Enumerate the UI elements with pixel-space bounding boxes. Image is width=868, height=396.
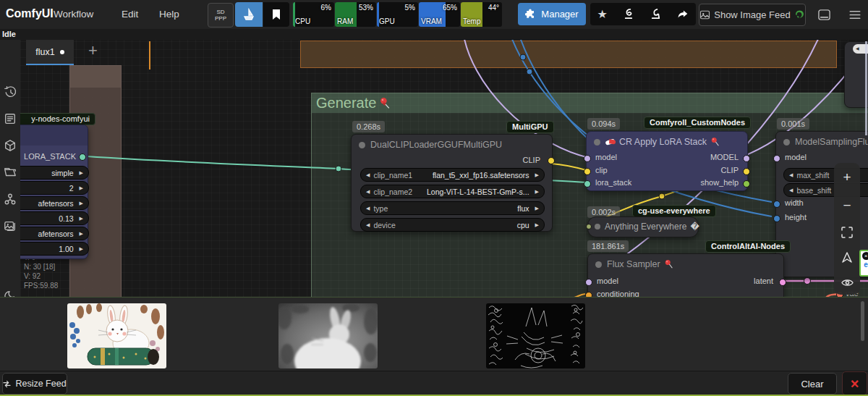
show-image-feed-button[interactable]: Show Image Feed — [699, 4, 806, 26]
sdppp-button[interactable]: SD PPP — [208, 3, 234, 28]
collapse-dot[interactable] — [359, 142, 365, 148]
conditioning-input-port[interactable] — [585, 292, 592, 297]
workflow-tab-flux1[interactable]: flux1 — [26, 40, 74, 65]
clip-input-port[interactable] — [584, 168, 591, 175]
arrow-left-icon[interactable]: ◀ — [366, 222, 370, 228]
lora-widget-1[interactable]: 2▶ — [20, 181, 89, 195]
show-help-output-port[interactable] — [743, 180, 750, 188]
hamburger-menu-icon[interactable] — [848, 8, 862, 22]
extension-badges[interactable]: × e — [859, 250, 868, 277]
lora-widget-4[interactable]: afetensors▶ — [20, 227, 89, 240]
arrow-right-icon[interactable]: ▶ — [80, 201, 83, 206]
star-icon[interactable]: ★ — [597, 7, 607, 21]
msf-title: ModelSamplingFlux — [795, 137, 868, 147]
model-input-port[interactable] — [773, 155, 780, 162]
arrow-right-icon[interactable]: ▶ — [80, 216, 83, 222]
menu-edit[interactable]: Edit — [122, 9, 138, 20]
arrow-right-icon[interactable]: ▶ — [535, 222, 539, 228]
workflows-folder-icon[interactable] — [4, 166, 17, 179]
collapse-dot[interactable] — [595, 261, 602, 268]
puzzle-icon — [525, 9, 536, 20]
fs-title: Flux Sampler — [607, 259, 660, 269]
lora-widget-5[interactable]: 1.00▶ — [20, 242, 89, 256]
arrow-right-icon[interactable]: ▶ — [80, 231, 83, 237]
image-icon — [699, 9, 710, 20]
lora-stack-input-port[interactable] — [584, 180, 591, 188]
collapse-dot[interactable] — [594, 139, 600, 146]
lora-widget-3[interactable]: 0.13▶ — [20, 211, 89, 225]
tool-icon-2[interactable] — [649, 7, 663, 21]
lora-widget-4-value: afetensors — [38, 229, 76, 238]
menu-workflow[interactable]: Workflow — [54, 9, 93, 20]
bottom-panel-toggle-icon[interactable] — [817, 8, 831, 22]
manager-button[interactable]: Manager — [518, 3, 586, 25]
close-feed-button[interactable]: × — [842, 371, 867, 395]
dualclip-widget-type[interactable]: ◀ type flux ▶ — [360, 201, 545, 215]
zoom-in-icon[interactable]: + — [843, 170, 851, 184]
e-badge-icon[interactable]: e — [861, 261, 868, 269]
queue-history-icon[interactable] — [4, 85, 17, 98]
gallery-icon[interactable] — [4, 219, 17, 232]
clip-output-port[interactable] — [548, 157, 555, 164]
arrow-right-icon[interactable]: ▶ — [535, 172, 539, 178]
mixlab-button[interactable] — [235, 2, 263, 27]
arrow-left-icon[interactable]: ◀ — [366, 172, 370, 178]
resize-feed-button[interactable]: Resize Feed — [2, 373, 67, 395]
share-arrow-icon[interactable] — [676, 8, 689, 21]
lora-widget-2[interactable]: afetensors▶ — [20, 196, 89, 210]
tool-icon-1[interactable] — [621, 7, 635, 21]
node-canvas[interactable]: Generate T: 6 N: 30 [18] V: 92 FPS:59.88 — [20, 40, 868, 297]
arrow-right-icon[interactable]: ▶ — [535, 189, 539, 195]
fit-view-icon[interactable] — [841, 227, 853, 238]
node-library-icon[interactable] — [4, 112, 17, 125]
select-cursor-icon[interactable] — [841, 252, 853, 264]
arrow-left-icon[interactable]: ◀ — [789, 188, 793, 193]
ae-input-port[interactable] — [586, 224, 592, 229]
input-label-clip: clip — [595, 166, 608, 174]
collapse-dot[interactable] — [595, 224, 600, 229]
new-tab-button[interactable]: + — [88, 41, 98, 60]
feed-image-lineart-rabbit[interactable] — [486, 303, 585, 368]
arrow-right-icon[interactable]: ▶ — [535, 206, 539, 211]
clip-output-port[interactable] — [743, 168, 750, 175]
arrow-left-icon[interactable]: ◀ — [366, 206, 370, 211]
height-input-port[interactable] — [773, 215, 780, 222]
sdppp-line2: PPP — [215, 15, 226, 22]
latent-output-port[interactable] — [779, 279, 786, 286]
menu-help[interactable]: Help — [159, 9, 179, 20]
ram-label: RAM — [337, 17, 353, 25]
bookmark-button[interactable] — [263, 2, 289, 27]
sdppp-line1: SD — [216, 9, 224, 15]
model-input-port[interactable] — [584, 155, 591, 162]
clear-feed-button[interactable]: Clear — [788, 373, 837, 395]
lora-stack-node[interactable]: LORA_STACK simple▶ 2▶ afetensors▶ 0.13▶ … — [20, 125, 88, 259]
lora-node-header[interactable] — [20, 125, 88, 146]
anything-everywhere-node[interactable]: Anything Everywhere � — [587, 216, 699, 237]
feed-image-color-rabbit[interactable] — [67, 303, 166, 368]
model-output-port[interactable] — [743, 155, 750, 162]
dualclip-widget-clipname2[interactable]: ◀ clip_name2 Long-ViT-L-14-BEST-GmP-s...… — [360, 185, 545, 198]
arrow-right-icon[interactable]: ▶ — [80, 185, 83, 191]
arrow-left-icon[interactable]: ◀ — [789, 172, 793, 178]
node-map-icon[interactable] — [4, 193, 17, 206]
model-input-port[interactable] — [585, 279, 592, 286]
zoom-out-icon[interactable]: − — [843, 198, 851, 212]
dualclip-widget-clipname1[interactable]: ◀ clip_name1 flan_t5_xxl_fp16.safetensor… — [360, 168, 545, 182]
flux-sampler-node[interactable]: Flux Sampler model conditioning latent — [587, 253, 784, 297]
unsaved-dot — [60, 50, 64, 54]
lora-widget-0[interactable]: simple▶ — [20, 166, 89, 180]
dualclip-node[interactable]: DualCLIPLoaderGGUFMultiGPU CLIP ◀ clip_n… — [351, 134, 553, 232]
arrow-right-icon[interactable]: ▶ — [80, 170, 83, 176]
dualclip-widget-device[interactable]: ◀ device cpu ▶ — [360, 218, 545, 232]
close-badge-icon[interactable]: × — [862, 252, 868, 260]
toggle-links-eye-icon[interactable] — [841, 278, 854, 287]
cr-apply-lora-node[interactable]: CR Apply LoRA Stack model clip lora_stac… — [586, 131, 748, 191]
feed-scrollbar[interactable] — [861, 301, 864, 341]
arrow-right-icon[interactable]: ▶ — [80, 246, 83, 252]
lora-stack-output-port[interactable] — [79, 153, 86, 161]
width-input-port[interactable] — [773, 201, 780, 208]
model-library-icon[interactable] — [4, 139, 17, 152]
feed-image-depth-rabbit[interactable] — [278, 303, 378, 368]
collapse-dot[interactable] — [783, 139, 790, 146]
arrow-left-icon[interactable]: ◀ — [366, 189, 370, 195]
